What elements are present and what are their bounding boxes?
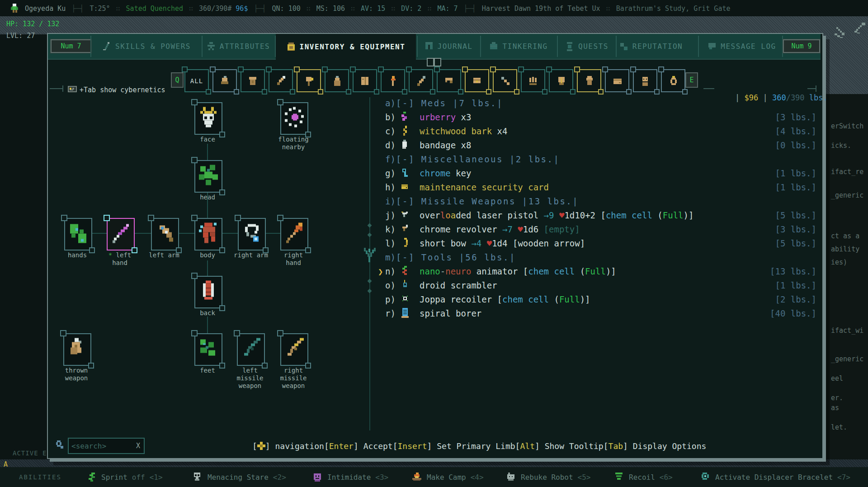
inventory-row[interactable]: ❯n)nano-neuro animator [chem cell (Full)… bbox=[378, 264, 616, 278]
filter-robot-icon bbox=[640, 75, 651, 87]
slot-body[interactable] bbox=[194, 218, 222, 251]
inventory-row[interactable]: i)[-] Missile Weapons |13 lbs.| bbox=[378, 194, 579, 208]
inventory-row[interactable]: o)droid scrambler bbox=[378, 278, 497, 292]
filter-all-label: ALL bbox=[185, 70, 208, 91]
ability-rebuke-robot[interactable]: Rebuke Robot<5> bbox=[505, 467, 591, 487]
ability-menacing-stare[interactable]: Menacing Stare<2> bbox=[192, 467, 286, 487]
carry-weight: 360/390# bbox=[199, 5, 236, 13]
filter-filter-pistol[interactable] bbox=[437, 69, 461, 92]
row-text-seg: o bbox=[445, 210, 450, 220]
row-weight: [1 lbs.] bbox=[775, 166, 816, 180]
inventory-row[interactable]: p)Joppa recoiler [chem cell (Full)] bbox=[378, 292, 590, 306]
ability-sprint[interactable]: Sprintoff<1> bbox=[86, 467, 163, 487]
player-name: Ogeyeda Ku bbox=[25, 5, 66, 13]
clipped-text-fragment: er. bbox=[831, 394, 843, 402]
slot-left-arm[interactable] bbox=[151, 218, 179, 251]
filter-filter-book[interactable] bbox=[353, 69, 377, 92]
clipped-text-fragment: _generic bbox=[831, 191, 863, 199]
inventory-row[interactable]: d)bandage x8 bbox=[378, 138, 471, 152]
inventory-row[interactable]: m)[-] Tools |56 lbs.| bbox=[378, 250, 516, 264]
inventory-row[interactable]: j)overloaded laser pistol →9 ♥1d10+2 [ch… bbox=[378, 208, 693, 222]
toolbox-icon bbox=[489, 42, 498, 51]
hint-key: Tab bbox=[609, 441, 623, 451]
filter-filter-flask[interactable] bbox=[325, 69, 349, 92]
inventory-row[interactable]: g)chrome key bbox=[378, 166, 471, 180]
row-text-seg: )] bbox=[580, 294, 590, 304]
filter-filter-food[interactable] bbox=[297, 69, 321, 92]
player-sprite-icon bbox=[10, 4, 19, 14]
tab-quests[interactable]: QUESTS bbox=[558, 34, 616, 59]
tab-inventory-equipment[interactable]: INVENTORY & EQUIPMENT bbox=[276, 34, 416, 60]
inventory-row[interactable]: a)[-] Meds |7 lbs.| bbox=[378, 96, 503, 110]
tab-tinkering[interactable]: TINKERING bbox=[481, 34, 556, 59]
row-text-seg: a bbox=[451, 210, 456, 220]
inventory-row[interactable]: b)urberry x3 bbox=[378, 110, 471, 124]
slot-back[interactable] bbox=[194, 276, 222, 308]
row-cursor bbox=[378, 168, 385, 178]
inventory-row[interactable]: c)witchwood bark x4 bbox=[378, 124, 507, 138]
slot-head[interactable] bbox=[194, 160, 222, 193]
slot-right-hand[interactable] bbox=[280, 218, 308, 251]
filter-filter-sword[interactable] bbox=[269, 69, 293, 92]
filter-filter-armor[interactable] bbox=[241, 69, 265, 92]
backpack-icon bbox=[287, 43, 296, 52]
category-header: [-] Miscellaneous |2 lbs.| bbox=[396, 154, 560, 164]
ability-recoil[interactable]: Recoil<6> bbox=[613, 467, 673, 487]
row-text-seg: short bow bbox=[420, 238, 471, 248]
filter-filter-chest[interactable] bbox=[465, 69, 489, 92]
window-handle-left[interactable] bbox=[427, 58, 434, 66]
slot-right-missile-weapon[interactable] bbox=[280, 333, 308, 366]
ability-hotkey: <1> bbox=[150, 473, 163, 482]
filter-filter-shield[interactable] bbox=[549, 69, 573, 92]
filter-key-e: E bbox=[685, 72, 698, 88]
inventory-row[interactable]: h)maintenance security card bbox=[378, 180, 549, 194]
filter-filter-wrench[interactable] bbox=[493, 69, 517, 92]
tab-journal[interactable]: JOURNAL bbox=[418, 34, 479, 59]
filter-filter-bullets[interactable] bbox=[521, 69, 545, 92]
ability-make-camp[interactable]: Make Camp<4> bbox=[411, 467, 484, 487]
row-weight: [2 lbs.] bbox=[775, 292, 816, 306]
chat-icon bbox=[708, 42, 717, 51]
window-handle-right[interactable] bbox=[434, 58, 441, 66]
slot-thrown-weapon[interactable] bbox=[63, 333, 91, 366]
tab-message-log[interactable]: MESSAGE LOG bbox=[699, 34, 785, 59]
slot-face[interactable] bbox=[194, 102, 222, 135]
search-clear-button[interactable]: X bbox=[136, 442, 144, 450]
inventory-row[interactable]: r)spiral borer bbox=[378, 306, 481, 320]
filter-filter-torch[interactable] bbox=[381, 69, 405, 92]
slot-right-arm[interactable] bbox=[238, 218, 266, 251]
filter-filter-robot[interactable] bbox=[633, 69, 657, 92]
filter-filter-card[interactable] bbox=[605, 69, 629, 92]
inventory-row[interactable]: k)chrome revolver →7 ♥1d6 [empty] bbox=[378, 222, 580, 236]
keycap-icon bbox=[68, 85, 77, 93]
filter-all[interactable]: ALL bbox=[184, 69, 209, 92]
slot-left-missile-weapon[interactable] bbox=[237, 333, 265, 366]
slot-hands[interactable] bbox=[64, 218, 92, 251]
inventory-row[interactable]: l)short bow →4 ♥1d4 [wooden arrow] bbox=[378, 236, 585, 250]
row-cursor bbox=[378, 98, 385, 108]
row-weight: [5 lbs.] bbox=[775, 208, 816, 222]
slot-feet[interactable] bbox=[194, 333, 222, 366]
ability-intimidate[interactable]: Intimidate<3> bbox=[312, 467, 388, 487]
row-icon-slot bbox=[396, 210, 420, 221]
slot-left-hand[interactable] bbox=[107, 218, 135, 251]
tab-reputation[interactable]: REPUTATION bbox=[617, 34, 685, 59]
row-letter: c) bbox=[385, 126, 396, 136]
row-text-seg: - bbox=[440, 266, 445, 276]
tab-attributes[interactable]: ATTRIBUTES bbox=[203, 34, 274, 59]
search-input[interactable] bbox=[69, 442, 136, 450]
ability-activate-displacer-bracelet[interactable]: Activate Displacer Bracelet<7> bbox=[700, 467, 850, 487]
money-readout: 96$ bbox=[236, 5, 248, 13]
ability-hotkey: <4> bbox=[471, 473, 484, 482]
slot-label-floating-nearby: floating nearby bbox=[275, 136, 311, 151]
row-text-seg: ( bbox=[580, 266, 585, 276]
tab-skills-powers[interactable]: SKILLS & POWERS bbox=[91, 34, 202, 59]
row-weight: [5 lbs.] bbox=[775, 236, 816, 250]
filter-filter-jug[interactable] bbox=[577, 69, 601, 92]
filter-filter-ring[interactable] bbox=[661, 69, 685, 92]
decorative-tick bbox=[62, 85, 63, 92]
filter-filter-syringe[interactable] bbox=[409, 69, 433, 92]
inventory-row[interactable]: f)[-] Miscellaneous |2 lbs.| bbox=[378, 152, 560, 166]
filter-filter-corpse[interactable] bbox=[212, 69, 237, 92]
slot-floating-nearby[interactable] bbox=[280, 102, 308, 135]
